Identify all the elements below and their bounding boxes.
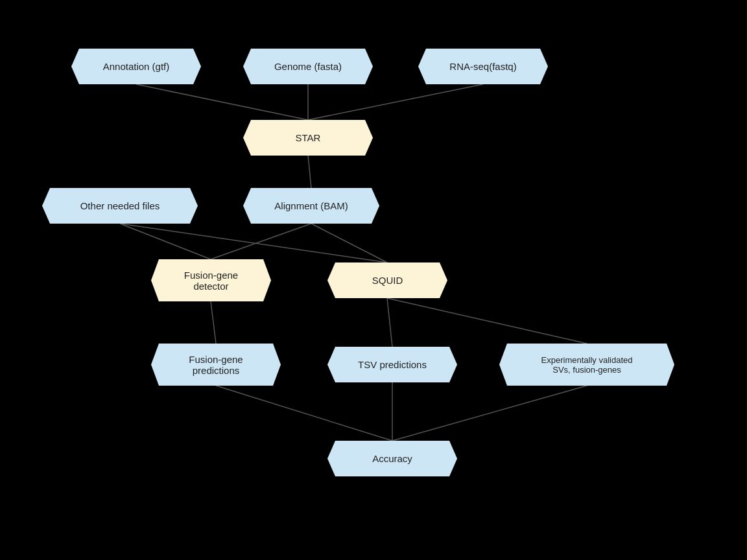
svg-line-9 [387, 298, 392, 347]
star-node: STAR [243, 120, 373, 156]
svg-line-6 [311, 224, 387, 262]
svg-line-7 [120, 224, 387, 262]
svg-line-3 [308, 156, 311, 188]
tsv-predictions-node: TSV predictions [327, 347, 457, 382]
other-files-node: Other needed files [42, 188, 198, 224]
genome-node: Genome (fasta) [243, 49, 373, 84]
alignment-node: Alignment (BAM) [243, 188, 379, 224]
svg-line-10 [387, 298, 587, 344]
svg-line-8 [211, 301, 216, 344]
exp-validated-node: Experimentally validated SVs, fusion-gen… [499, 344, 674, 386]
annotation-node: Annotation (gtf) [71, 49, 201, 84]
svg-line-2 [308, 84, 483, 120]
rnaseq-node: RNA-seq(fastq) [418, 49, 548, 84]
fusion-predictions-node: Fusion-gene predictions [151, 344, 281, 386]
svg-line-13 [392, 386, 587, 441]
diagram-container: Annotation (gtf) Genome (fasta) RNA-seq(… [0, 0, 747, 560]
fusion-detector-node: Fusion-gene detector [151, 259, 271, 301]
squid-node: SQUID [327, 262, 447, 298]
svg-line-5 [211, 224, 311, 259]
svg-line-11 [216, 386, 392, 441]
svg-line-4 [120, 224, 211, 259]
accuracy-node: Accuracy [327, 441, 457, 476]
svg-line-0 [136, 84, 308, 120]
